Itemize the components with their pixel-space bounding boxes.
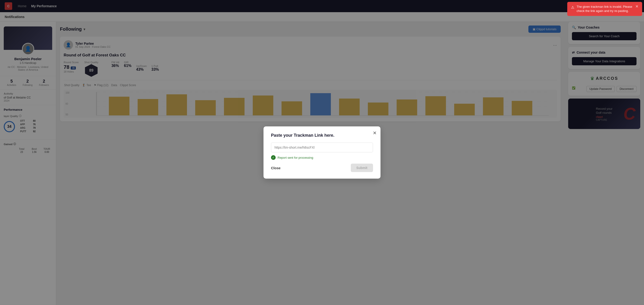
success-icon: ✓ — [271, 155, 276, 160]
modal-title: Paste your Trackman Link here. — [271, 133, 373, 138]
trackman-modal: Paste your Trackman Link here. ✕ ✓ Repor… — [264, 126, 380, 178]
toast-close-button[interactable]: ✕ — [635, 5, 638, 8]
toast-message: The given trackman link is invalid. Plea… — [576, 5, 633, 13]
trackman-link-input[interactable] — [271, 142, 373, 152]
modal-close-button[interactable]: ✕ — [373, 130, 377, 136]
success-text: Report sent for processing — [278, 156, 313, 160]
modal-actions: Close Submit — [271, 164, 373, 172]
modal-submit-button[interactable]: Submit — [351, 164, 373, 172]
warning-icon: ⚠ — [571, 5, 574, 10]
modal-success-message: ✓ Report sent for processing — [271, 155, 373, 160]
modal-close-text-button[interactable]: Close — [271, 166, 280, 170]
error-toast: ⚠ The given trackman link is invalid. Pl… — [567, 2, 642, 16]
modal-overlay: Paste your Trackman Link here. ✕ ✓ Repor… — [0, 0, 644, 305]
